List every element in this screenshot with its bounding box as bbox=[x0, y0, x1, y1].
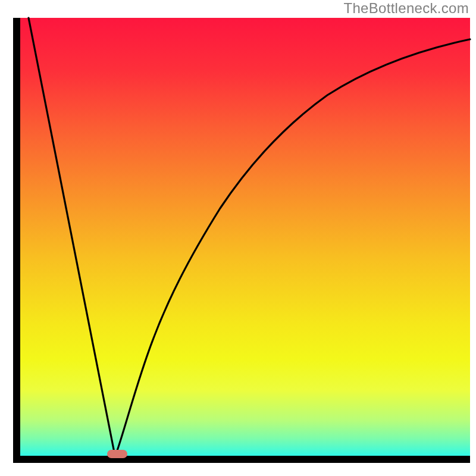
watermark-text: TheBottleneck.com bbox=[343, 0, 469, 17]
chart-container: TheBottleneck.com bbox=[0, 0, 476, 476]
chart-svg bbox=[0, 0, 476, 476]
plot-background bbox=[20, 18, 470, 456]
min-marker bbox=[107, 450, 127, 458]
